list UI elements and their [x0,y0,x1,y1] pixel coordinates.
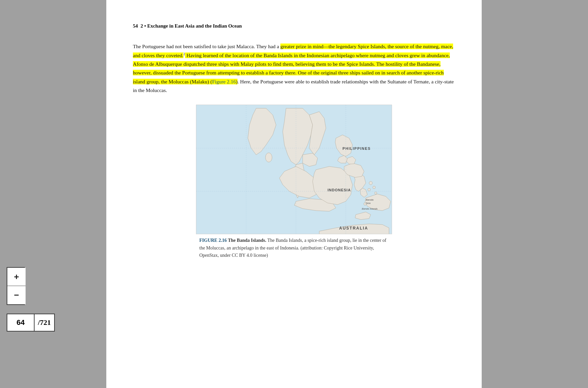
book-page: 54 2 • Exchange in East Asia and the Ind… [106,0,482,388]
paragraph-text-start: The Portuguese had not been satisfied to… [133,44,454,93]
svg-text:PHILIPPINES: PHILIPPINES [343,146,371,150]
figure-label: FIGURE 2.16 [199,238,227,243]
svg-text:AUSTRALIA: AUSTRALIA [339,226,368,231]
svg-text:Banda Islands: Banda Islands [362,207,378,210]
svg-text:INDONESIA: INDONESIA [328,188,351,192]
figure-link[interactable]: Figure 2.16 [212,79,236,84]
svg-point-2 [265,153,272,162]
svg-text:Sea: Sea [366,202,371,205]
svg-point-19 [375,192,377,194]
zoom-controls: + − [7,267,25,305]
figure-caption-text: The Banda Islands, a spice-rich island g… [199,238,386,258]
page-header: 54 2 • Exchange in East Asia and the Ind… [133,20,455,29]
map-image: PHILIPPINES INDONESIA Banda Sea Banda Is… [196,105,392,234]
svg-point-18 [368,188,370,191]
svg-text:Banda: Banda [366,198,374,201]
page-number-input[interactable] [7,314,34,331]
highlighted-text-3: ) [236,79,238,84]
page-container: 54 2 • Exchange in East Asia and the Ind… [0,0,588,388]
page-navigation: /721 [7,314,55,332]
map-wrapper: PHILIPPINES INDONESIA Banda Sea Banda Is… [196,105,392,259]
figure-title-bold: The Banda Islands. [228,238,266,243]
figure-caption: FIGURE 2.16 The Banda Islands. The Banda… [196,237,392,259]
zoom-in-button[interactable]: + [7,268,26,286]
svg-point-17 [373,186,375,189]
header-page-number: 54 [133,23,138,29]
main-paragraph: The Portuguese had not been satisfied to… [133,42,455,95]
page-total: /721 [34,314,54,331]
header-chapter-title: 2 • Exchange in East Asia and the Indian… [141,23,242,29]
map-container: PHILIPPINES INDONESIA Banda Sea Banda Is… [133,105,455,259]
zoom-out-button[interactable]: − [7,286,26,304]
svg-point-16 [369,181,372,185]
